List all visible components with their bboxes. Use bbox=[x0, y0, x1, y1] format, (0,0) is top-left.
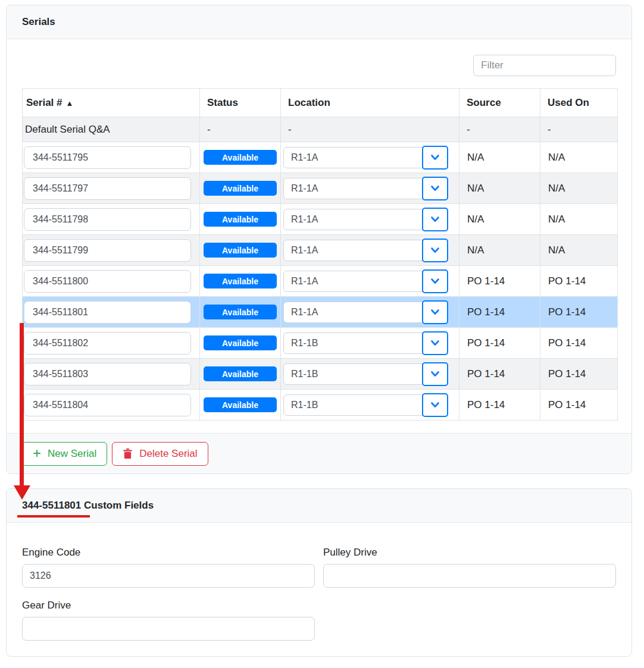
default-row-used-on: - bbox=[540, 117, 618, 142]
plus-icon: + bbox=[33, 446, 41, 460]
custom-fields-body: Engine Code Pulley Drive Gear Drive bbox=[7, 523, 632, 656]
chevron-down-icon bbox=[430, 247, 440, 254]
table-row[interactable]: Available N/A N/A bbox=[23, 204, 618, 235]
used-on-value: N/A bbox=[540, 142, 618, 173]
status-badge[interactable]: Available bbox=[204, 397, 277, 412]
engine-code-label: Engine Code bbox=[22, 547, 315, 559]
location-input[interactable] bbox=[283, 302, 423, 323]
filter-input[interactable] bbox=[473, 55, 616, 76]
serial-input[interactable] bbox=[24, 301, 191, 324]
status-badge[interactable]: Available bbox=[204, 274, 277, 288]
source-value: PO 1-14 bbox=[459, 390, 540, 421]
table-row[interactable]: Available PO 1-14 PO 1-14 bbox=[23, 297, 618, 328]
used-on-value: N/A bbox=[540, 235, 618, 266]
location-input[interactable] bbox=[283, 209, 423, 230]
location-input[interactable] bbox=[283, 147, 423, 168]
column-header-status[interactable]: Status bbox=[200, 89, 281, 117]
gear-drive-input[interactable] bbox=[22, 617, 315, 641]
default-row-source: - bbox=[459, 117, 540, 142]
chevron-down-icon bbox=[430, 154, 440, 161]
chevron-down-icon bbox=[430, 340, 440, 347]
location-input[interactable] bbox=[283, 178, 423, 199]
default-row-location: - bbox=[281, 117, 459, 142]
location-dropdown-button[interactable] bbox=[422, 393, 448, 417]
serials-card-header: Serials bbox=[7, 5, 632, 39]
filter-row bbox=[22, 55, 616, 76]
table-row[interactable]: Available PO 1-14 PO 1-14 bbox=[23, 359, 618, 390]
status-badge[interactable]: Available bbox=[204, 150, 277, 165]
used-on-value: PO 1-14 bbox=[540, 390, 618, 421]
serial-input[interactable] bbox=[24, 363, 191, 385]
status-badge[interactable]: Available bbox=[204, 335, 277, 350]
location-input[interactable] bbox=[283, 363, 423, 385]
delete-serial-button[interactable]: Delete Serial bbox=[112, 442, 208, 466]
serial-input[interactable] bbox=[24, 208, 191, 231]
table-row[interactable]: Available PO 1-14 PO 1-14 bbox=[23, 328, 618, 359]
serial-input[interactable] bbox=[24, 394, 191, 416]
chevron-down-icon bbox=[430, 185, 440, 192]
location-input[interactable] bbox=[283, 271, 423, 292]
engine-code-field-group: Engine Code bbox=[22, 547, 315, 588]
column-header-used-on[interactable]: Used On bbox=[540, 89, 618, 117]
engine-code-input[interactable] bbox=[22, 564, 315, 588]
pulley-drive-input[interactable] bbox=[323, 564, 616, 588]
location-input[interactable] bbox=[283, 240, 423, 261]
serials-title: Serials bbox=[22, 16, 55, 27]
location-dropdown-button[interactable] bbox=[422, 300, 448, 324]
serial-input[interactable] bbox=[24, 146, 191, 169]
serials-table-body: Default Serial Q&A - - - - Available bbox=[23, 117, 618, 421]
sort-ascending-icon: ▲ bbox=[66, 99, 74, 108]
table-row[interactable]: Available PO 1-14 PO 1-14 bbox=[23, 266, 618, 297]
serial-input[interactable] bbox=[24, 239, 191, 262]
source-value: N/A bbox=[459, 235, 540, 266]
source-value: N/A bbox=[459, 173, 540, 204]
pulley-drive-label: Pulley Drive bbox=[323, 547, 616, 559]
location-dropdown-button[interactable] bbox=[422, 146, 448, 170]
location-dropdown-button[interactable] bbox=[422, 269, 448, 293]
source-value: PO 1-14 bbox=[459, 359, 540, 390]
table-row[interactable]: Available N/A N/A bbox=[23, 142, 618, 173]
status-badge[interactable]: Available bbox=[204, 181, 277, 196]
serial-input[interactable] bbox=[24, 177, 191, 200]
location-input[interactable] bbox=[283, 333, 423, 354]
location-dropdown-button[interactable] bbox=[422, 362, 448, 386]
default-row-name: Default Serial Q&A bbox=[23, 117, 200, 142]
serials-card: Serials Serial #▲ Status Location Source… bbox=[6, 5, 632, 474]
custom-fields-header: 344-5511801 Custom Fields bbox=[7, 489, 632, 523]
default-serial-row[interactable]: Default Serial Q&A - - - - bbox=[23, 117, 618, 142]
used-on-value: N/A bbox=[540, 173, 618, 204]
location-dropdown-button[interactable] bbox=[422, 239, 448, 262]
gear-drive-label: Gear Drive bbox=[22, 600, 315, 611]
serial-input[interactable] bbox=[24, 270, 191, 293]
column-header-location[interactable]: Location bbox=[281, 89, 459, 117]
table-row[interactable]: Available PO 1-14 PO 1-14 bbox=[23, 390, 618, 421]
used-on-value: PO 1-14 bbox=[540, 297, 618, 328]
new-serial-button[interactable]: + New Serial bbox=[22, 442, 107, 466]
trash-icon bbox=[123, 449, 133, 459]
status-badge[interactable]: Available bbox=[204, 212, 277, 227]
chevron-down-icon bbox=[430, 309, 440, 316]
status-badge[interactable]: Available bbox=[204, 366, 277, 381]
chevron-down-icon bbox=[430, 278, 440, 285]
serials-card-body: Serial #▲ Status Location Source Used On… bbox=[7, 39, 632, 433]
status-badge[interactable]: Available bbox=[204, 243, 277, 258]
source-value: PO 1-14 bbox=[459, 266, 540, 297]
column-header-source[interactable]: Source bbox=[459, 89, 540, 117]
used-on-value: PO 1-14 bbox=[540, 328, 618, 359]
location-dropdown-button[interactable] bbox=[422, 331, 448, 355]
table-row[interactable]: Available N/A N/A bbox=[23, 173, 618, 204]
serial-input[interactable] bbox=[24, 332, 191, 355]
location-dropdown-button[interactable] bbox=[422, 208, 448, 231]
pulley-drive-field-group: Pulley Drive bbox=[323, 547, 616, 588]
location-input[interactable] bbox=[283, 394, 423, 416]
table-row[interactable]: Available N/A N/A bbox=[23, 235, 618, 266]
status-badge[interactable]: Available bbox=[204, 305, 277, 319]
gear-drive-field-group: Gear Drive bbox=[22, 600, 315, 641]
source-value: PO 1-14 bbox=[459, 297, 540, 328]
serials-table: Serial #▲ Status Location Source Used On… bbox=[22, 88, 618, 421]
location-dropdown-button[interactable] bbox=[422, 177, 448, 200]
source-value: N/A bbox=[459, 204, 540, 235]
custom-fields-title-suffix: Custom Fields bbox=[84, 500, 154, 511]
column-header-serial[interactable]: Serial #▲ bbox=[23, 89, 200, 117]
source-value: PO 1-14 bbox=[459, 328, 540, 359]
